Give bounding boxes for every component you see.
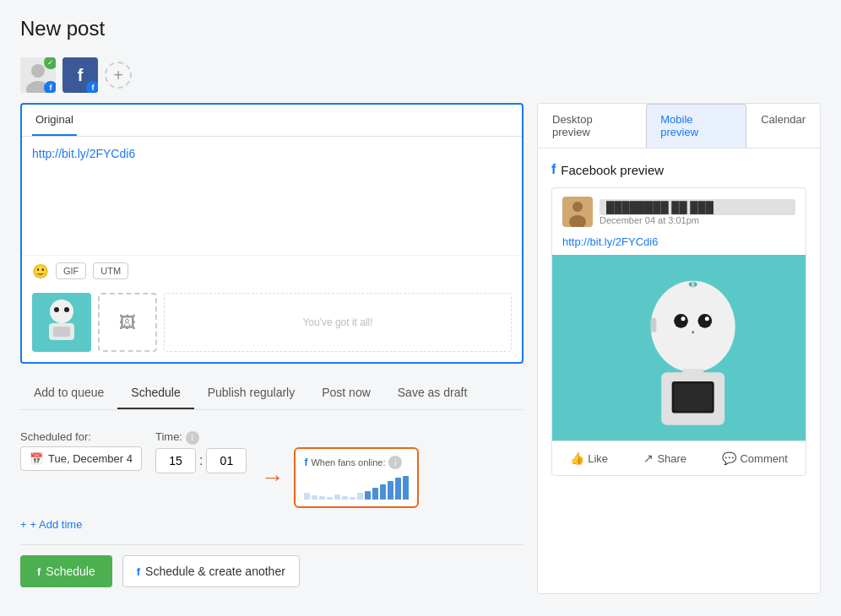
content-link[interactable]: http://bit.ly/2FYCdi6 (32, 147, 135, 160)
add-image-icon: 🖼 (119, 313, 136, 332)
like-label: Like (588, 452, 608, 465)
tab-calendar[interactable]: Calendar (746, 104, 820, 148)
fb-comment-button[interactable]: 💬 Comment (715, 448, 794, 468)
svg-point-16 (674, 314, 688, 328)
tab-desktop-preview[interactable]: Desktop preview (538, 104, 646, 148)
fb-icon-schedule-another: f (137, 565, 140, 578)
svg-point-18 (681, 316, 686, 321)
scheduled-for-group: Scheduled for: 📅 Tue, December 4 (20, 430, 142, 471)
fb-post-image (552, 255, 806, 440)
scheduled-for-label: Scheduled for: (20, 430, 142, 443)
fb-share-button[interactable]: ↗ Share (637, 448, 693, 468)
svg-point-12 (572, 202, 583, 212)
right-panel: Desktop preview Mobile preview Calendar … (537, 103, 821, 594)
tab-publish-regularly[interactable]: Publish regularly (194, 377, 309, 409)
preview-tabs: Desktop preview Mobile preview Calendar (538, 104, 820, 149)
svg-point-19 (705, 316, 709, 321)
emoji-button[interactable]: 🙂 (32, 263, 49, 279)
calendar-icon: 📅 (30, 452, 43, 465)
page-title: New post (20, 17, 821, 41)
editor-toolbar: 🙂 GIF UTM (22, 255, 522, 286)
facebook-post-preview: ████████ ██ ███ December 04 at 3:01pm ht… (551, 187, 806, 476)
add-media-button[interactable]: 🖼 (98, 293, 157, 352)
svg-point-17 (698, 314, 713, 328)
svg-point-7 (54, 307, 59, 312)
add-time-row: + + Add time (20, 518, 524, 531)
svg-point-8 (64, 307, 69, 312)
svg-rect-23 (674, 384, 712, 412)
tab-mobile-preview[interactable]: Mobile preview (646, 104, 746, 148)
svg-rect-10 (53, 327, 70, 337)
time-group: Time: i : (155, 430, 247, 473)
tab-add-to-queue[interactable]: Add to queue (20, 377, 117, 409)
arrow-icon: → (260, 464, 284, 491)
fans-chart (304, 474, 409, 500)
date-value: Tue, December 4 (48, 452, 133, 465)
chart-bar (380, 484, 386, 500)
hour-input[interactable] (155, 448, 196, 473)
preview-content: f Facebook preview ███████ (538, 149, 820, 489)
chart-bar (365, 491, 371, 500)
add-account-button[interactable]: + (105, 62, 132, 89)
post-editor: Original http://bit.ly/2FYCdi6 🙂 GIF UTM (20, 103, 524, 364)
gif-button[interactable]: GIF (56, 262, 86, 279)
schedule-another-button[interactable]: f Schedule & create another (122, 555, 300, 587)
svg-rect-25 (651, 318, 657, 332)
fans-online-title: f When fans online: i (304, 456, 409, 469)
account-check-icon: ✓ (44, 57, 56, 69)
robot-image (552, 255, 806, 440)
fans-info-icon[interactable]: i (388, 456, 402, 469)
chart-bar (304, 493, 310, 500)
chart-bar (342, 496, 348, 500)
time-separator: : (199, 453, 203, 468)
fb-badge-2: f (86, 81, 98, 93)
chart-bar (388, 481, 393, 500)
fb-post-link[interactable]: http://bit.ly/2FYCdi6 (552, 235, 806, 255)
media-thumbnail-1[interactable] (32, 293, 91, 352)
chart-bar (357, 493, 363, 500)
schedule-button[interactable]: f Schedule (20, 555, 112, 587)
share-icon: ↗ (643, 451, 654, 465)
svg-rect-24 (682, 369, 703, 377)
time-label: Time: i (155, 430, 247, 445)
editor-content-area[interactable]: http://bit.ly/2FYCdi6 (22, 137, 522, 255)
fb-icon-small: f (304, 457, 307, 468)
account-avatar-2[interactable]: f f (62, 57, 98, 93)
editor-tabs: Original (22, 105, 522, 137)
svg-rect-27 (692, 282, 694, 288)
comment-icon: 💬 (722, 451, 736, 465)
plus-icon: + (20, 518, 27, 531)
schedule-tabs: Add to queue Schedule Publish regularly … (20, 377, 524, 410)
chart-bar (395, 478, 401, 500)
utm-button[interactable]: UTM (93, 262, 128, 279)
time-inputs: : (155, 448, 247, 473)
share-label: Share (657, 452, 686, 465)
media-row: 🖼 You've got it all! (22, 286, 522, 362)
fans-online-box[interactable]: f When fans online: i (294, 447, 419, 508)
date-picker[interactable]: 📅 Tue, December 4 (20, 446, 142, 471)
add-time-button[interactable]: + + Add time (20, 518, 82, 531)
minute-input[interactable] (206, 448, 247, 473)
svg-point-15 (651, 281, 735, 372)
svg-text:f: f (78, 66, 84, 84)
fans-online-wrapper: → f When fans online: i (260, 447, 419, 508)
fb-badge-1: f (44, 81, 56, 93)
time-info-icon[interactable]: i (186, 431, 199, 445)
svg-point-1 (31, 64, 45, 78)
media-placeholder: You've got it all! (164, 293, 512, 352)
fb-username: ████████ ██ ███ (600, 199, 795, 215)
fb-like-button[interactable]: 👍 Like (563, 448, 615, 468)
tab-post-now[interactable]: Post now (308, 377, 384, 409)
account-avatar-1[interactable]: ✓ f (20, 57, 56, 93)
tab-schedule[interactable]: Schedule (117, 377, 193, 409)
fb-icon-schedule: f (37, 565, 41, 578)
fb-post-avatar (562, 197, 593, 227)
comment-label: Comment (740, 452, 787, 465)
chart-bar (327, 497, 333, 500)
chart-bar (312, 495, 317, 500)
tab-original[interactable]: Original (32, 105, 77, 136)
fb-post-meta: ████████ ██ ███ December 04 at 3:01pm (600, 199, 795, 225)
chart-bar (319, 496, 325, 500)
like-icon: 👍 (570, 451, 584, 465)
tab-save-draft[interactable]: Save as draft (384, 377, 481, 409)
